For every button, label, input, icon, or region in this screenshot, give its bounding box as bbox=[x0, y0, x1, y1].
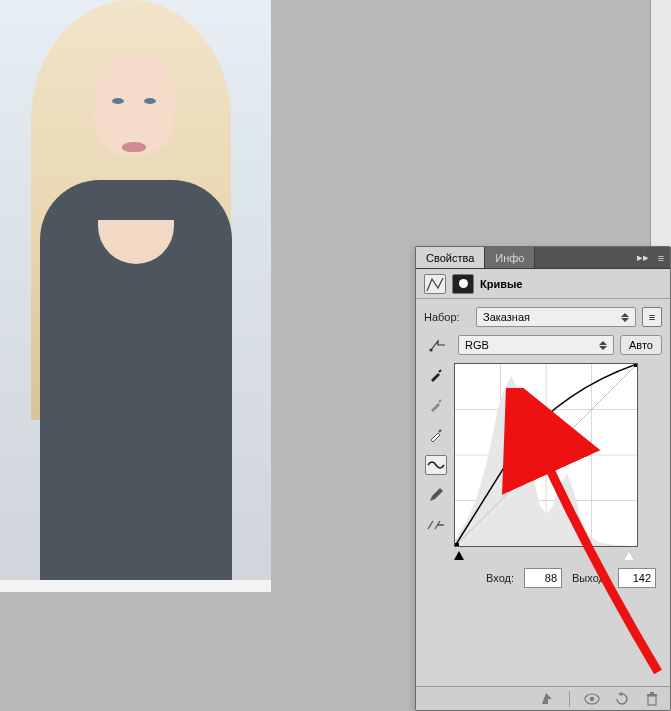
properties-panel: Свойства Инфо ▸▸ ≡ Кривые Набор: Заказна… bbox=[415, 246, 671, 711]
image-content-lips bbox=[122, 142, 146, 152]
reset-icon[interactable] bbox=[614, 691, 630, 707]
svg-point-0 bbox=[429, 348, 432, 351]
image-content bbox=[0, 0, 271, 580]
preset-row: Набор: Заказная ≡ bbox=[424, 307, 662, 327]
tool-column bbox=[424, 363, 448, 547]
svg-rect-13 bbox=[648, 696, 656, 705]
preset-menu-icon[interactable]: ≡ bbox=[642, 307, 662, 327]
smooth-values-icon[interactable] bbox=[425, 515, 447, 535]
panel-body: Набор: Заказная ≡ RGB Авто bbox=[416, 299, 670, 592]
auto-button[interactable]: Авто bbox=[620, 335, 662, 355]
curves-svg bbox=[455, 364, 637, 546]
view-previous-icon[interactable] bbox=[584, 691, 600, 707]
output-value: 142 bbox=[633, 572, 651, 584]
tab-info[interactable]: Инфо bbox=[485, 247, 535, 268]
image-content-eye bbox=[144, 98, 156, 104]
finger-adjust-icon[interactable] bbox=[424, 335, 452, 355]
curve-smooth-tool-icon[interactable] bbox=[425, 455, 447, 475]
channel-value: RGB bbox=[465, 339, 489, 351]
image-content-face bbox=[94, 52, 174, 156]
svg-rect-14 bbox=[647, 694, 657, 696]
clip-to-layer-icon[interactable] bbox=[539, 691, 555, 707]
curves-icon bbox=[424, 274, 446, 294]
select-arrows-icon bbox=[618, 310, 632, 324]
auto-button-label: Авто bbox=[629, 339, 653, 351]
curves-graph[interactable] bbox=[454, 363, 638, 547]
curves-area bbox=[424, 363, 662, 547]
svg-rect-9 bbox=[516, 443, 521, 448]
channel-select[interactable]: RGB bbox=[458, 335, 614, 355]
svg-rect-8 bbox=[455, 543, 459, 546]
white-point-slider[interactable] bbox=[624, 551, 634, 560]
select-arrows-icon bbox=[596, 338, 610, 352]
tabbar-spacer bbox=[535, 247, 634, 268]
eyedropper-gray-icon[interactable] bbox=[425, 395, 447, 415]
document-canvas[interactable] bbox=[0, 0, 271, 592]
eyedropper-black-icon[interactable] bbox=[425, 365, 447, 385]
preset-select[interactable]: Заказная bbox=[476, 307, 636, 327]
scrollbar-gutter[interactable] bbox=[650, 0, 671, 260]
menu-glyph: ≡ bbox=[649, 311, 655, 323]
tab-properties[interactable]: Свойства bbox=[416, 247, 485, 268]
black-point-slider[interactable] bbox=[454, 551, 464, 560]
channel-row: RGB Авто bbox=[424, 335, 662, 355]
output-label: Выход: bbox=[572, 572, 608, 584]
eyedropper-white-icon[interactable] bbox=[425, 425, 447, 445]
output-field[interactable]: 142 bbox=[618, 568, 656, 588]
input-label: Вход: bbox=[486, 572, 514, 584]
panel-title: Кривые bbox=[480, 278, 522, 290]
panel-tabbar: Свойства Инфо ▸▸ ≡ bbox=[416, 247, 670, 269]
image-content-eye bbox=[112, 98, 124, 104]
panel-header: Кривые bbox=[416, 269, 670, 299]
preset-value: Заказная bbox=[483, 311, 530, 323]
svg-point-12 bbox=[590, 696, 594, 700]
input-field[interactable]: 88 bbox=[524, 568, 562, 588]
divider bbox=[569, 691, 570, 707]
trash-icon[interactable] bbox=[644, 691, 660, 707]
panel-bottom-bar bbox=[416, 686, 670, 710]
panel-menu-icon[interactable]: ≡ bbox=[652, 247, 670, 268]
pencil-tool-icon[interactable] bbox=[425, 485, 447, 505]
layer-mask-icon[interactable] bbox=[452, 274, 474, 294]
preset-label: Набор: bbox=[424, 311, 470, 323]
input-value: 88 bbox=[545, 572, 557, 584]
curve-range-sliders bbox=[454, 551, 634, 560]
svg-rect-15 bbox=[650, 692, 654, 694]
svg-rect-10 bbox=[634, 364, 637, 367]
io-row: Вход: 88 Выход: 142 bbox=[424, 568, 656, 588]
collapse-icon[interactable]: ▸▸ bbox=[634, 247, 652, 268]
